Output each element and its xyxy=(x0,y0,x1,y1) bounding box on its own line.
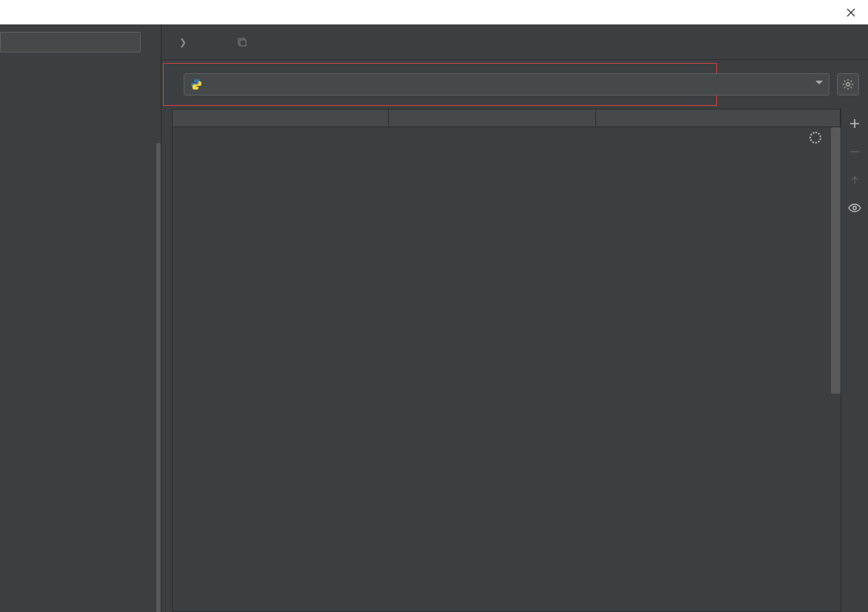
upgrade-package-button[interactable] xyxy=(846,171,864,189)
table-header xyxy=(173,110,841,127)
interpreter-row xyxy=(172,73,859,95)
close-icon xyxy=(847,8,855,17)
add-package-button[interactable] xyxy=(846,115,864,132)
chevron-down-icon xyxy=(815,81,823,84)
settings-content: ❯ xyxy=(0,24,868,612)
loading-spinner-icon xyxy=(809,132,821,144)
interpreter-settings-button[interactable] xyxy=(837,73,859,95)
settings-search-input[interactable] xyxy=(0,32,141,53)
col-header-version[interactable] xyxy=(389,110,596,127)
svg-point-3 xyxy=(853,206,856,209)
table-scrollbar[interactable] xyxy=(831,127,841,394)
show-early-releases-button[interactable] xyxy=(846,199,864,217)
packages-table xyxy=(172,109,841,612)
eye-icon xyxy=(848,203,861,213)
svg-point-2 xyxy=(847,83,849,86)
col-header-package[interactable] xyxy=(173,110,389,127)
titlebar xyxy=(0,0,868,24)
close-button[interactable] xyxy=(834,0,868,24)
gear-icon xyxy=(842,78,854,90)
package-actions-toolbar xyxy=(841,109,868,612)
chevron-right-icon: ❯ xyxy=(179,37,187,47)
arrow-up-icon xyxy=(849,175,860,185)
settings-tree-sidebar xyxy=(0,24,161,612)
svg-rect-1 xyxy=(240,40,246,46)
minus-icon xyxy=(849,147,860,157)
breadcrumb: ❯ xyxy=(161,24,868,60)
current-project-hint xyxy=(237,37,252,47)
interpreter-dropdown[interactable] xyxy=(184,73,829,95)
copy-icon xyxy=(237,37,247,47)
col-header-latest[interactable] xyxy=(596,110,841,127)
settings-main-panel: ❯ xyxy=(161,24,868,612)
python-icon xyxy=(190,78,202,90)
remove-package-button[interactable] xyxy=(846,143,864,161)
plus-icon xyxy=(849,118,860,129)
sidebar-scrollbar[interactable] xyxy=(156,143,161,612)
